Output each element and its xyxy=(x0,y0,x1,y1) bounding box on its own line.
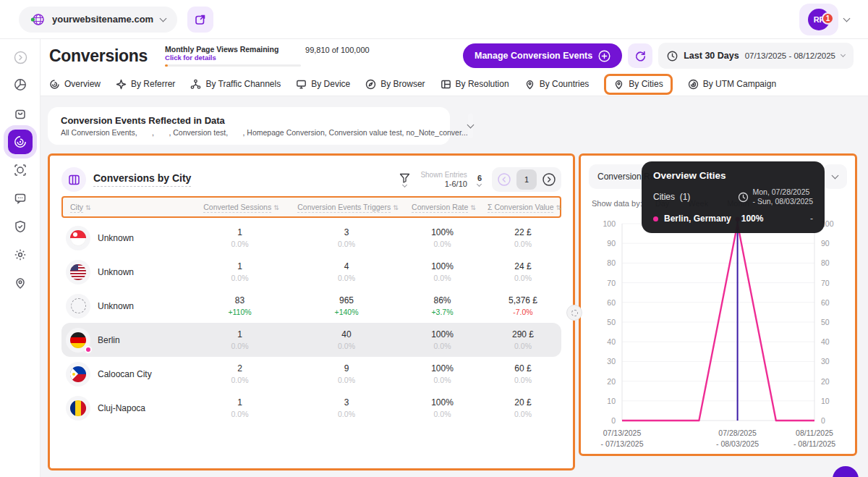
tab-by-countries[interactable]: By Countries xyxy=(524,79,590,90)
events-triggers-delta: 0.0% xyxy=(289,274,404,282)
tooltip-series-value: 100% xyxy=(741,214,764,224)
chevron-down-icon xyxy=(841,52,846,57)
series-color-dot xyxy=(653,216,658,221)
tab-by-referrer[interactable]: By Referrer xyxy=(116,79,175,90)
conversions-by-city-panel: Conversions by City Shown Entries 1-6/10… xyxy=(48,153,575,470)
sidebar-item-ecommerce[interactable] xyxy=(8,101,33,126)
column-conversion-rate[interactable]: Conversion Rate⇅ xyxy=(406,203,482,211)
table-row[interactable]: Cluj-Napoca 10.0% 30.0% 100%0.0% 20 £0.0… xyxy=(61,391,561,425)
tooltip-group: Cities (1) xyxy=(653,192,690,202)
page-size-selector[interactable]: 6 xyxy=(477,174,482,186)
date-range-selector[interactable]: Last 30 Days 07/13/2025 - 08/12/2025 xyxy=(658,43,854,69)
table-filter-button[interactable] xyxy=(399,173,410,187)
manage-button-label: Manage Conversion Events xyxy=(475,51,592,61)
next-page-button[interactable] xyxy=(540,170,558,189)
converted-sessions-delta: 0.0% xyxy=(191,274,289,282)
svg-text:60: 60 xyxy=(821,298,830,307)
sidebar-item-settings[interactable] xyxy=(8,242,33,267)
floating-help-button[interactable] xyxy=(833,466,859,477)
tab-by-device[interactable]: By Device xyxy=(296,79,350,90)
tab-label: By Traffic Channels xyxy=(205,79,281,89)
sidebar-item-privacy[interactable] xyxy=(8,214,33,239)
external-link-icon xyxy=(195,14,206,25)
panel-resize-handle[interactable] xyxy=(566,305,582,321)
column-conversion-value[interactable]: Σ Conversion Value⇅ xyxy=(482,203,567,211)
sidebar-item-dashboard[interactable] xyxy=(8,72,33,97)
conversion-rate-delta: 0.0% xyxy=(404,274,480,282)
table-row[interactable]: Unknown 10.0% 40.0% 100%0.0% 24 £0.0% xyxy=(61,255,561,289)
column-conversion-events-triggers[interactable]: Conversion Events Triggers⇅ xyxy=(290,203,406,211)
page-header: Conversions Monthly Page Views Remaining… xyxy=(41,39,868,72)
shown-entries-value: 1-6/10 xyxy=(420,180,467,188)
tab-by-resolution[interactable]: By Resolution xyxy=(441,79,509,90)
conversion-rate-value: 86% xyxy=(404,295,480,305)
converted-sessions-value: 2 xyxy=(191,363,289,373)
svg-text:10: 10 xyxy=(821,397,830,405)
conversion-rate-chart[interactable]: 0010102020303040405050606070708080909010… xyxy=(589,215,847,457)
table-row[interactable]: Unknown 83+110% 965+140% 86%+3.7% 5,376 … xyxy=(61,289,561,323)
svg-text:- 08/03/2025: - 08/03/2025 xyxy=(716,439,759,448)
svg-text:- 08/11/2025: - 08/11/2025 xyxy=(793,439,835,448)
map-pin-icon xyxy=(524,79,535,90)
report-tabs: Overview By Referrer By Traffic Channels… xyxy=(41,72,868,96)
conversion-rate-delta: 0.0% xyxy=(404,240,480,248)
plus-circle-icon xyxy=(598,50,610,62)
banner-expand-button[interactable] xyxy=(468,114,473,138)
singapore-flag xyxy=(70,230,86,246)
refresh-button[interactable] xyxy=(628,43,652,68)
manage-conversion-events-button[interactable]: Manage Conversion Events xyxy=(463,43,622,68)
table-row[interactable]: Berlin 10.0% 400.0% 100%0.0% 290 £0.0% xyxy=(61,323,561,357)
metric-selector-chevron-button[interactable] xyxy=(822,164,847,189)
tab-overview[interactable]: Overview xyxy=(49,79,101,90)
svg-text:50: 50 xyxy=(821,318,830,326)
conversion-rate-delta: 0.0% xyxy=(404,376,480,384)
usa-flag xyxy=(70,264,86,280)
compass-icon xyxy=(116,79,127,90)
conversion-rate-chart-panel: Conversion Rate Show data by: Day Week M… xyxy=(579,153,857,456)
account-menu[interactable]: RF 1 xyxy=(799,4,838,35)
page-size-value: 6 xyxy=(477,174,482,182)
quota-label: Monthly Page Views Remaining xyxy=(165,45,301,54)
conversion-events-banner: Conversion Events Reflected in Data All … xyxy=(48,107,450,145)
sort-icon: ⇅ xyxy=(556,204,561,211)
conversion-rate-value: 100% xyxy=(404,397,480,408)
sidebar-collapse-button[interactable] xyxy=(8,45,33,69)
website-selector[interactable]: yourwebsitename.com xyxy=(19,7,177,33)
monitor-icon xyxy=(296,79,307,90)
gauge-icon xyxy=(49,79,60,90)
current-page: 1 xyxy=(516,169,537,190)
column-converted-sessions[interactable]: Converted Sessions⇅ xyxy=(192,203,290,211)
account-chevron-icon[interactable] xyxy=(843,14,851,22)
svg-text:0: 0 xyxy=(611,416,616,425)
tab-label: By Resolution xyxy=(456,79,509,89)
open-website-button[interactable] xyxy=(187,7,213,33)
tab-by-cities[interactable]: By Cities xyxy=(604,74,672,95)
converted-sessions-value: 83 xyxy=(191,295,289,305)
converted-sessions-value: 1 xyxy=(191,329,289,339)
tab-label: By Browser xyxy=(380,79,425,89)
events-triggers-value: 40 xyxy=(289,329,404,339)
city-name: Caloocan City xyxy=(98,369,152,379)
city-name: Unknown xyxy=(98,267,134,277)
tab-by-browser[interactable]: By Browser xyxy=(365,79,425,90)
svg-text:07/13/2025: 07/13/2025 xyxy=(603,429,642,437)
chevron-down-icon xyxy=(402,182,407,187)
tab-by-traffic-channels[interactable]: By Traffic Channels xyxy=(190,79,281,90)
sidebar xyxy=(0,39,41,477)
table-row[interactable]: Caloocan City 20.0% 90.0% 100%0.0% 60 £0… xyxy=(61,357,561,391)
quota-details-link[interactable]: Click for details xyxy=(165,54,301,62)
sidebar-item-visitor-location[interactable] xyxy=(8,271,33,295)
converted-sessions-delta: 0.0% xyxy=(191,410,289,418)
tab-by-utm-campaign[interactable]: By UTM Campaign xyxy=(688,79,776,90)
table-row[interactable]: Unknown 10.0% 30.0% 100%0.0% 22 £0.0% xyxy=(61,221,561,255)
sidebar-item-feedback[interactable] xyxy=(8,186,33,211)
shown-entries-label: Shown Entries xyxy=(420,171,467,179)
sidebar-item-recordings[interactable] xyxy=(8,158,33,182)
column-city[interactable]: City⇅ xyxy=(66,203,192,211)
sidebar-item-conversions[interactable] xyxy=(8,130,33,154)
previous-page-button[interactable] xyxy=(495,170,514,189)
conversion-rate-value: 100% xyxy=(404,363,480,373)
map-pin-icon xyxy=(613,79,624,90)
conversion-value-delta: -7.0% xyxy=(480,308,566,316)
banner-subtitle: All Conversion Events, , , Conversion te… xyxy=(61,128,468,137)
